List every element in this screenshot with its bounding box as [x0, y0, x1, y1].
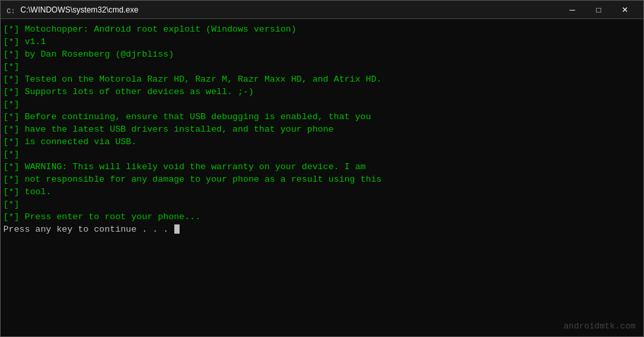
maximize-button[interactable]: □: [585, 1, 612, 19]
console-line: [*] is connected via USB.: [3, 136, 641, 148]
console-line: [*] Before continuing, ensure that USB d…: [3, 111, 641, 123]
console-line: [*]: [3, 61, 641, 73]
console-output: [*] Motochopper: Android root exploit (W…: [3, 23, 641, 236]
console-line: [*] by Dan Rosenberg (@djrbliss): [3, 48, 641, 61]
cmd-window: C: C:\WINDOWS\system32\cmd.exe ─ □ ✕ [*]…: [0, 0, 644, 337]
window-controls: ─ □ ✕: [559, 1, 638, 19]
console-line: Press any key to continue . . .: [3, 223, 641, 236]
console-area: [*] Motochopper: Android root exploit (W…: [1, 19, 643, 336]
watermark: androidmtk.com: [564, 321, 635, 331]
console-line: [*]: [3, 198, 641, 211]
svg-text:C:: C:: [7, 7, 15, 15]
close-button[interactable]: ✕: [612, 1, 638, 19]
console-line: [*] have the latest USB drivers installe…: [3, 123, 641, 136]
console-line: [*]: [3, 148, 641, 161]
cmd-icon: C:: [6, 5, 16, 15]
console-line: [*] not responsible for any damage to yo…: [3, 173, 641, 186]
titlebar: C: C:\WINDOWS\system32\cmd.exe ─ □ ✕: [1, 1, 643, 19]
console-line: [*] Press enter to root your phone...: [3, 211, 641, 223]
console-line: [*] Tested on the Motorola Razr HD, Razr…: [3, 73, 641, 86]
minimize-button[interactable]: ─: [559, 1, 585, 19]
console-line: [*]: [3, 98, 641, 111]
console-line: [*] v1.1: [3, 36, 641, 48]
console-line: [*] Supports lots of other devices as we…: [3, 86, 641, 98]
console-line: [*] Motochopper: Android root exploit (W…: [3, 23, 641, 36]
window-title: C:\WINDOWS\system32\cmd.exe: [20, 5, 559, 14]
console-line: [*] WARNING: This will likely void the w…: [3, 161, 641, 173]
cursor: [174, 224, 180, 234]
console-line: [*] tool.: [3, 186, 641, 198]
